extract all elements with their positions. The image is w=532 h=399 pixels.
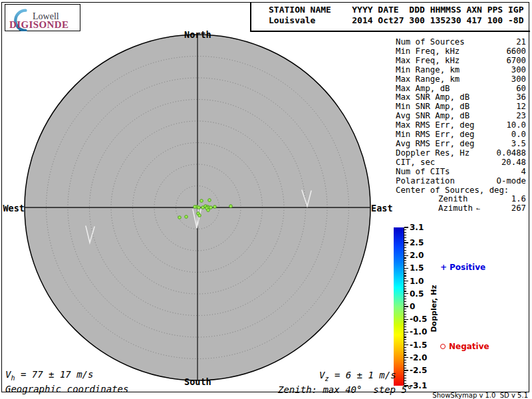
stat-value: 1.6 [511,195,526,204]
stat-value: 6600 [506,47,526,57]
stat-value: 10.0 [506,121,526,130]
stat-label: Min Range, km [396,66,460,75]
colorbar-minor-tick [404,339,406,340]
colorbar-minor-tick [404,291,406,291]
colorbar-minor-tick [404,329,406,330]
colorbar-minor-tick [404,383,406,384]
stat-label: Avg SNR Amp, dB [396,112,469,121]
stat-row: Avg SNR Amp, dB23 [396,112,526,121]
colorbar-title: Doppler, Hz [430,285,438,332]
colorbar-minor-tick [404,229,406,230]
circle-icon [440,344,446,349]
colorbar-minor-tick [404,372,406,373]
stat-value: 0.0488 [497,149,526,158]
stat-row: Center of Sources, deg: [396,186,526,196]
stat-value: 6700 [506,57,526,66]
stat-label: Num of CITs [396,168,450,177]
colorbar-minor-tick [404,237,406,238]
colorbar-minor-tick [404,362,406,363]
colorbar-minor-tick [404,263,406,263]
colorbar-minor-tick [404,380,406,381]
stat-row: Max RMS Err, deg10.0 [396,121,526,130]
doppler-colorbar [394,227,404,386]
stat-value: 23 [516,112,526,121]
horizontal-velocity: Vh = 77 ± 17 m/s [5,369,93,382]
colorbar-minor-tick [404,378,406,378]
stat-value: 21 [516,38,526,47]
software-version: ShowSkymap v 1.0 SD v 5.1 [432,392,528,399]
colorbar-minor-tick [404,260,406,261]
positive-doppler-legend: +Positive [440,263,485,272]
colorbar-tick-label: 0.5 [410,289,424,299]
negative-doppler-legend: Negative [440,342,489,351]
colorbar-major-tick [404,319,408,320]
stat-row: CIT, sec20.48 [396,158,526,168]
colorbar-tick-label: 2.5 [410,238,424,247]
colorbar-minor-tick [404,368,406,368]
stat-label: Max Range, km [396,75,460,84]
source-dot [209,206,213,209]
stat-value: 267 [511,204,526,213]
colorbar-minor-tick [404,301,406,302]
compass-label-south: South [184,376,211,387]
colorbar-major-tick [404,255,408,256]
colorbar-minor-tick [404,314,406,315]
stat-label: CIT, sec [396,158,435,168]
colorbar-tick-label: -0.5 [410,315,427,324]
coordinate-system-label: Geographic coordinates [5,384,128,394]
colorbar-major-tick [404,370,408,370]
stat-row: Max Range, km300 [396,75,526,84]
negative-label-text: Negative [449,342,489,351]
source-dot [198,214,201,217]
colorbar-tick-label: 0 [410,302,415,311]
colorbar-major-tick [404,242,408,243]
colorbar-minor-tick [404,317,406,317]
stat-value: 300 [511,66,526,75]
compass-label-west: West [3,203,25,213]
stat-row: Max Amp, dB60 [396,84,526,94]
colorbar-minor-tick [404,265,406,266]
stat-value: O-mode [497,177,526,186]
stat-row: Min RMS Err, deg0.0 [396,130,526,140]
colorbar-major-tick [404,268,408,269]
colorbar-minor-tick [404,299,406,299]
colorbar-tick-label: -2.0 [410,353,427,362]
stat-value: 3.5 [511,140,526,149]
stat-label: Min RMS Err, deg [396,130,474,140]
source-dot [213,205,217,209]
stat-row: Zenith1.6 [396,195,526,204]
source-dot [178,216,182,219]
stat-row: Azimuth←267 [396,204,526,213]
colorbar-minor-tick [404,309,406,309]
vertical-velocity: Vz = 6 ± 1 m/s [319,370,396,382]
stat-row: Num of CITs4 [396,168,526,177]
stat-row: Max Freq, kHz6700 [396,57,526,66]
stat-row: Num of Sources21 [396,38,526,47]
colorbar-minor-tick [404,350,406,350]
stat-label: Num of Sources [396,38,465,47]
colorbar-minor-tick [404,253,406,253]
colorbar-minor-tick [404,334,406,335]
stat-value: 60 [516,84,526,94]
colorbar-tick-label: -2.5 [410,366,427,375]
stat-value: 300 [511,75,526,84]
stat-row: Max SNR Amp, dB36 [396,93,526,102]
colorbar-minor-tick [404,283,406,284]
source-dot [208,199,211,202]
stat-row: Min SNR Amp, dB12 [396,102,526,112]
colorbar-major-tick [404,332,408,332]
colorbar-major-tick [404,357,408,358]
colorbar-minor-tick [404,375,406,376]
colorbar-minor-tick [404,289,406,289]
source-dot [194,205,197,209]
colorbar-major-tick [404,306,408,307]
stat-label: Avg RMS Err, deg [396,140,474,149]
stat-row: Min Freq, kHz6600 [396,47,526,57]
colorbar-minor-tick [404,278,406,279]
colorbar-major-tick [404,281,408,281]
stat-row: PolarizationO-mode [396,177,526,186]
colorbar-minor-tick [404,286,406,287]
colorbar-tick-label: 3.1 [410,223,424,232]
colorbar-minor-tick [404,321,406,322]
colorbar-minor-tick [404,347,406,348]
